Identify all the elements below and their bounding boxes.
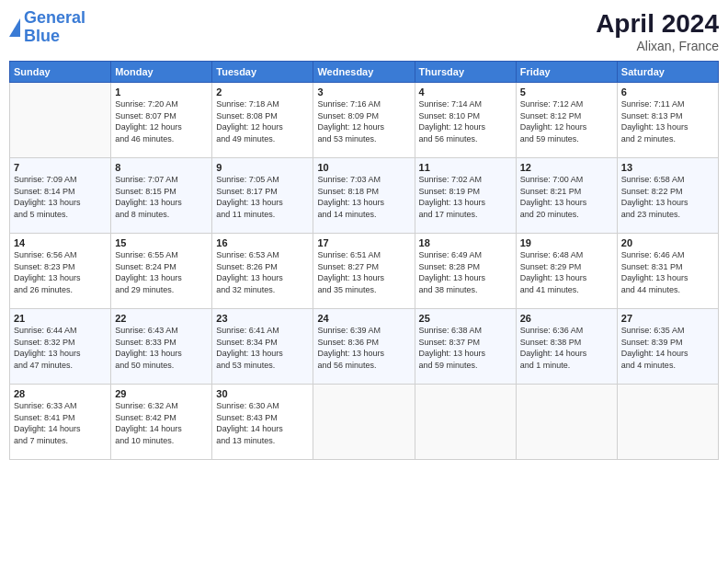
day-cell: 17Sunrise: 6:51 AM Sunset: 8:27 PM Dayli… [313,234,415,309]
day-info: Sunrise: 6:46 AM Sunset: 8:31 PM Dayligh… [621,249,714,295]
day-info: Sunrise: 6:55 AM Sunset: 8:24 PM Dayligh… [115,249,208,295]
day-cell: 10Sunrise: 7:03 AM Sunset: 8:18 PM Dayli… [313,158,415,234]
day-info: Sunrise: 6:58 AM Sunset: 8:22 PM Dayligh… [621,174,714,220]
day-number: 3 [317,86,410,98]
day-info: Sunrise: 7:14 AM Sunset: 8:10 PM Dayligh… [419,98,512,144]
col-header-friday: Friday [516,62,617,83]
calendar-subtitle: Alixan, France [596,39,719,53]
logo-text-line1: General [24,9,85,28]
logo-icon [9,18,20,37]
title-block: April 2024 Alixan, France [596,9,719,53]
day-number: 8 [115,162,208,173]
day-number: 5 [520,86,613,98]
day-cell: 9Sunrise: 7:05 AM Sunset: 8:17 PM Daylig… [212,158,313,234]
day-info: Sunrise: 6:44 AM Sunset: 8:32 PM Dayligh… [14,325,107,371]
day-number: 27 [621,313,714,324]
day-cell: 23Sunrise: 6:41 AM Sunset: 8:34 PM Dayli… [212,309,313,385]
day-number: 26 [520,313,613,324]
day-number: 14 [14,237,107,248]
week-row-5: 28Sunrise: 6:33 AM Sunset: 8:41 PM Dayli… [10,385,719,460]
day-number: 7 [14,162,107,173]
day-info: Sunrise: 6:32 AM Sunset: 8:42 PM Dayligh… [115,400,208,446]
day-number: 23 [216,313,309,324]
day-info: Sunrise: 6:38 AM Sunset: 8:37 PM Dayligh… [419,325,512,371]
day-cell: 18Sunrise: 6:49 AM Sunset: 8:28 PM Dayli… [415,234,516,309]
day-cell: 14Sunrise: 6:56 AM Sunset: 8:23 PM Dayli… [10,234,111,309]
day-number: 21 [14,313,107,324]
day-info: Sunrise: 6:33 AM Sunset: 8:41 PM Dayligh… [14,400,107,446]
day-cell [617,385,718,460]
logo-text-line2: Blue [24,28,85,46]
col-header-monday: Monday [111,62,212,83]
day-cell: 12Sunrise: 7:00 AM Sunset: 8:21 PM Dayli… [516,158,617,234]
day-cell: 2Sunrise: 7:18 AM Sunset: 8:08 PM Daylig… [212,83,313,158]
col-header-wednesday: Wednesday [313,62,415,83]
day-number: 29 [115,388,208,399]
day-info: Sunrise: 6:36 AM Sunset: 8:38 PM Dayligh… [520,325,613,371]
week-row-1: 1Sunrise: 7:20 AM Sunset: 8:07 PM Daylig… [10,83,719,158]
day-info: Sunrise: 7:18 AM Sunset: 8:08 PM Dayligh… [216,98,309,144]
day-cell: 20Sunrise: 6:46 AM Sunset: 8:31 PM Dayli… [617,234,718,309]
day-cell: 27Sunrise: 6:35 AM Sunset: 8:39 PM Dayli… [617,309,718,385]
day-number: 9 [216,162,309,173]
day-cell: 11Sunrise: 7:02 AM Sunset: 8:19 PM Dayli… [415,158,516,234]
day-number: 10 [317,162,410,173]
day-number: 2 [216,86,309,98]
day-number: 30 [216,388,309,399]
day-number: 6 [621,86,714,98]
day-cell [10,83,111,158]
day-info: Sunrise: 7:00 AM Sunset: 8:21 PM Dayligh… [520,174,613,220]
day-number: 28 [14,388,107,399]
day-info: Sunrise: 6:48 AM Sunset: 8:29 PM Dayligh… [520,249,613,295]
day-info: Sunrise: 6:35 AM Sunset: 8:39 PM Dayligh… [621,325,714,371]
day-number: 15 [115,237,208,248]
header-row: Sunday Monday Tuesday Wednesday Thursday… [10,62,719,83]
col-header-tuesday: Tuesday [212,62,313,83]
week-row-4: 21Sunrise: 6:44 AM Sunset: 8:32 PM Dayli… [10,309,719,385]
day-info: Sunrise: 6:41 AM Sunset: 8:34 PM Dayligh… [216,325,309,371]
day-cell: 19Sunrise: 6:48 AM Sunset: 8:29 PM Dayli… [516,234,617,309]
col-header-saturday: Saturday [617,62,718,83]
day-cell: 6Sunrise: 7:11 AM Sunset: 8:13 PM Daylig… [617,83,718,158]
day-cell [415,385,516,460]
calendar-title: April 2024 [596,9,719,39]
day-info: Sunrise: 7:07 AM Sunset: 8:15 PM Dayligh… [115,174,208,220]
day-cell: 13Sunrise: 6:58 AM Sunset: 8:22 PM Dayli… [617,158,718,234]
day-number: 17 [317,237,410,248]
day-cell: 30Sunrise: 6:30 AM Sunset: 8:43 PM Dayli… [212,385,313,460]
day-number: 11 [419,162,512,173]
day-info: Sunrise: 6:56 AM Sunset: 8:23 PM Dayligh… [14,249,107,295]
day-cell: 1Sunrise: 7:20 AM Sunset: 8:07 PM Daylig… [111,83,212,158]
day-cell: 28Sunrise: 6:33 AM Sunset: 8:41 PM Dayli… [10,385,111,460]
header: General Blue April 2024 Alixan, France [9,9,719,53]
day-cell: 5Sunrise: 7:12 AM Sunset: 8:12 PM Daylig… [516,83,617,158]
page: General Blue April 2024 Alixan, France S… [0,0,728,563]
day-cell: 3Sunrise: 7:16 AM Sunset: 8:09 PM Daylig… [313,83,415,158]
day-info: Sunrise: 7:02 AM Sunset: 8:19 PM Dayligh… [419,174,512,220]
day-cell [516,385,617,460]
day-number: 1 [115,86,208,98]
day-number: 19 [520,237,613,248]
day-number: 24 [317,313,410,324]
day-info: Sunrise: 6:51 AM Sunset: 8:27 PM Dayligh… [317,249,410,295]
day-number: 12 [520,162,613,173]
day-cell: 15Sunrise: 6:55 AM Sunset: 8:24 PM Dayli… [111,234,212,309]
day-info: Sunrise: 6:53 AM Sunset: 8:26 PM Dayligh… [216,249,309,295]
day-cell: 7Sunrise: 7:09 AM Sunset: 8:14 PM Daylig… [10,158,111,234]
day-info: Sunrise: 6:39 AM Sunset: 8:36 PM Dayligh… [317,325,410,371]
col-header-thursday: Thursday [415,62,516,83]
logo: General Blue [9,9,85,46]
day-number: 13 [621,162,714,173]
day-cell: 24Sunrise: 6:39 AM Sunset: 8:36 PM Dayli… [313,309,415,385]
day-cell: 26Sunrise: 6:36 AM Sunset: 8:38 PM Dayli… [516,309,617,385]
day-info: Sunrise: 6:49 AM Sunset: 8:28 PM Dayligh… [419,249,512,295]
day-cell: 29Sunrise: 6:32 AM Sunset: 8:42 PM Dayli… [111,385,212,460]
day-info: Sunrise: 7:03 AM Sunset: 8:18 PM Dayligh… [317,174,410,220]
day-number: 22 [115,313,208,324]
day-info: Sunrise: 7:16 AM Sunset: 8:09 PM Dayligh… [317,98,410,144]
day-number: 20 [621,237,714,248]
day-cell: 21Sunrise: 6:44 AM Sunset: 8:32 PM Dayli… [10,309,111,385]
day-number: 25 [419,313,512,324]
day-info: Sunrise: 7:11 AM Sunset: 8:13 PM Dayligh… [621,98,714,144]
day-number: 18 [419,237,512,248]
